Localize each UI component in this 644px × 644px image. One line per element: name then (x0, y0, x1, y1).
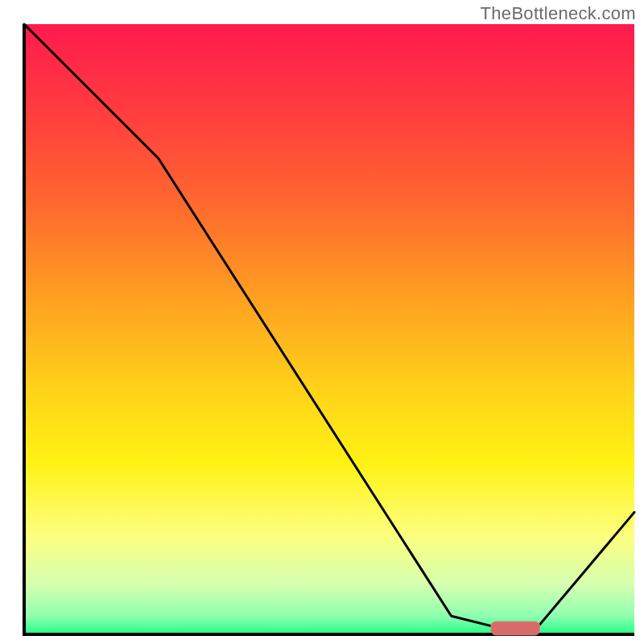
bottleneck-chart-container: TheBottleneck.com (0, 0, 644, 644)
optimal-marker (491, 621, 540, 635)
watermark-text: TheBottleneck.com (481, 3, 636, 24)
chart-svg (0, 0, 644, 644)
